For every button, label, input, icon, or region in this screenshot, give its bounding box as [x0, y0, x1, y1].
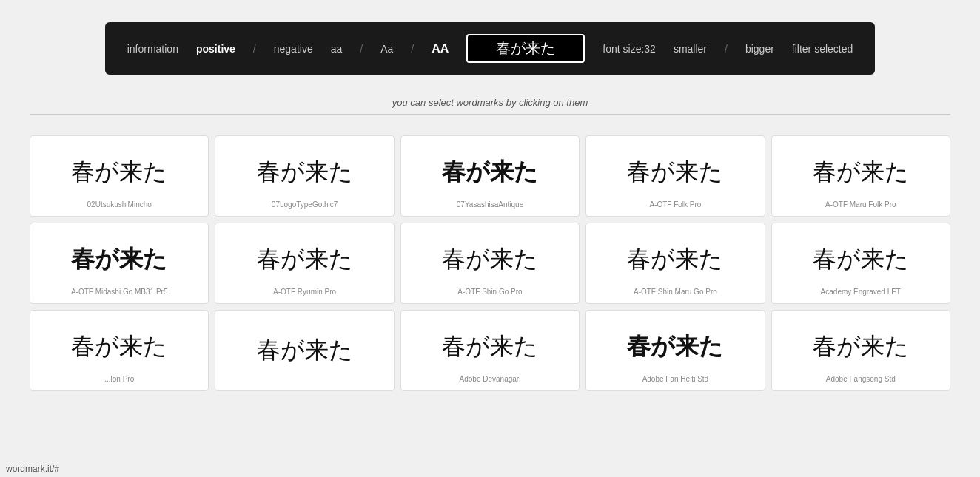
font-name-row3a: ...lon Pro [104, 375, 134, 383]
font-preview-AOTFRyuminPro: 春が来た [257, 238, 353, 280]
font-preview-AcademyEngravedLET: 春が来た [813, 238, 909, 280]
toolbar-wrapper: information positive / negative aa / Aa … [0, 0, 980, 89]
font-card-AOTFShinMaruGoPro[interactable]: 春が来たA-OTF Shin Maru Go Pro [585, 223, 765, 304]
bigger-button[interactable]: bigger [745, 43, 774, 55]
font-name-AOTFMaruFolkPro: A-OTF Maru Folk Pro [825, 200, 896, 209]
smaller-button[interactable]: smaller [674, 43, 707, 55]
size-Aa-button[interactable]: Aa [380, 43, 393, 55]
font-name-07YasashisaAntique: 07YasashisaAntique [457, 200, 523, 209]
pos-neg-divider: / [253, 43, 256, 55]
font-preview-row3a: 春が来た [71, 325, 167, 368]
font-card-AOTFFolkPro[interactable]: 春が来たA-OTF Folk Pro [585, 135, 765, 217]
font-card-AOTFMidashiGoMB31Pr5[interactable]: 春が来たA-OTF Midashi Go MB31 Pr5 [30, 223, 209, 304]
information-button[interactable]: information [127, 43, 178, 55]
positive-button[interactable]: positive [196, 43, 235, 55]
font-card-02UtsukushiMincho[interactable]: 春が来た02UtsukushiMincho [30, 135, 209, 217]
font-preview-AdobeDevanagari: 春が来た [442, 325, 538, 368]
font-grid: 春が来た02UtsukushiMincho春が来た07LogoTypeGothi… [0, 121, 980, 406]
font-card-AdobeFanHeitiStd[interactable]: 春が来たAdobe Fan Heiti Std [585, 310, 765, 391]
font-preview-02UtsukushiMincho: 春が来た [71, 151, 167, 193]
font-name-AdobeFanHeitiStd: Adobe Fan Heiti Std [642, 375, 709, 383]
font-card-AdobeFangsongStd[interactable]: 春が来たAdobe Fangsong Std [771, 310, 950, 391]
font-name-AdobeFangsongStd: Adobe Fangsong Std [826, 375, 896, 383]
size-divider: / [725, 43, 728, 55]
font-card-AOTFMaruFolkPro[interactable]: 春が来たA-OTF Maru Folk Pro [771, 135, 950, 217]
font-preview-07YasashisaAntique: 春が来た [442, 151, 538, 193]
font-preview-AOTFShinMaruGoPro: 春が来た [627, 238, 723, 280]
aa-div1: / [360, 43, 363, 55]
font-card-row3a[interactable]: 春が来た...lon Pro [30, 310, 209, 391]
font-name-AOTFShinMaruGoPro: A-OTF Shin Maru Go Pro [634, 288, 717, 296]
font-name-AdobeDevanagari: Adobe Devanagari [460, 375, 521, 383]
negative-button[interactable]: negative [274, 43, 313, 55]
font-preview-AdobeFanHeitiStd: 春が来た [627, 325, 723, 368]
font-card-AcademyEngravedLET[interactable]: 春が来たAcademy Engraved LET [771, 223, 950, 304]
font-preview-AOTFFolkPro: 春が来た [627, 151, 723, 193]
font-card-07LogoTypeGothic7[interactable]: 春が来た07LogoTypeGothic7 [215, 135, 394, 217]
size-AA-button[interactable]: AA [432, 42, 449, 55]
font-preview-row3b: 春が来た [257, 325, 353, 376]
font-size-label: font size:32 [603, 43, 656, 55]
font-card-AOTFShinGoPro[interactable]: 春が来たA-OTF Shin Go Pro [400, 223, 580, 304]
filter-selected-button[interactable]: filter selected [792, 43, 853, 55]
font-preview-AdobeFangsongStd: 春が来た [813, 325, 909, 368]
font-card-AOTFRyuminPro[interactable]: 春が来たA-OTF Ryumin Pro [215, 223, 394, 304]
font-card-AdobeDevanagari[interactable]: 春が来たAdobe Devanagari [400, 310, 580, 391]
size-aa-button[interactable]: aa [331, 43, 343, 55]
font-name-AOTFShinGoPro: A-OTF Shin Go Pro [457, 288, 522, 296]
font-card-07YasashisaAntique[interactable]: 春が来た07YasashisaAntique [400, 135, 580, 217]
font-preview-AOTFMaruFolkPro: 春が来た [813, 151, 909, 193]
font-name-02UtsukushiMincho: 02UtsukushiMincho [87, 200, 152, 209]
hint-text: you can select wordmarks by clicking on … [0, 97, 980, 108]
font-preview-AOTFMidashiGoMB31Pr5: 春が来た [71, 238, 167, 280]
font-preview-AOTFShinGoPro: 春が来た [442, 238, 538, 280]
font-name-AOTFRyuminPro: A-OTF Ryumin Pro [273, 288, 336, 296]
preview-text-input[interactable] [466, 34, 585, 63]
aa-div2: / [411, 43, 414, 55]
font-name-AOTFMidashiGoMB31Pr5: A-OTF Midashi Go MB31 Pr5 [71, 288, 168, 296]
font-preview-07LogoTypeGothic7: 春が来た [257, 151, 353, 193]
toolbar: information positive / negative aa / Aa … [105, 22, 876, 75]
font-card-row3b[interactable]: 春が来た [215, 310, 394, 391]
separator [30, 114, 950, 115]
font-name-AcademyEngravedLET: Academy Engraved LET [821, 288, 901, 296]
font-name-AOTFFolkPro: A-OTF Folk Pro [649, 200, 701, 209]
font-name-07LogoTypeGothic7: 07LogoTypeGothic7 [272, 200, 338, 209]
